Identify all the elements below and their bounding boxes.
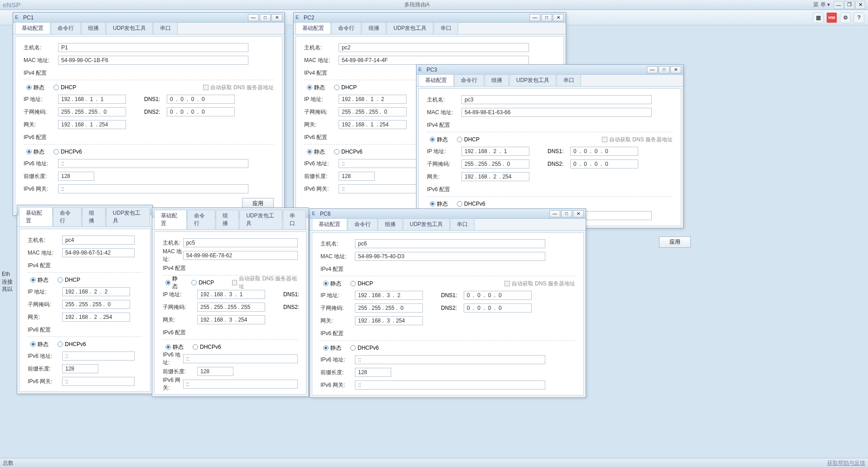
min-button[interactable]: — [529, 14, 540, 21]
gear-icon[interactable]: ⚙ [840, 12, 851, 23]
mac-input[interactable] [461, 108, 652, 117]
gateway-input[interactable] [197, 315, 265, 324]
tab-udp[interactable]: UDP发包工具 [403, 218, 450, 230]
mask-input[interactable] [197, 303, 265, 312]
tab-udp[interactable]: UDP发包工具 [106, 22, 153, 34]
radio-dhcp[interactable]: DHCP [53, 84, 76, 91]
title-bar[interactable]: E PC2 — □ ✕ [294, 13, 566, 23]
dns2-input[interactable] [570, 159, 638, 169]
hostname-input[interactable] [339, 43, 529, 52]
hostname-input[interactable] [461, 95, 652, 104]
radio-dhcpv6[interactable]: DHCPv6 [457, 201, 485, 207]
radio-static-v6[interactable]: 静态 [165, 343, 184, 351]
radio-static[interactable]: 静态 [307, 84, 325, 91]
radio-dhcp[interactable]: DHCP [350, 280, 373, 287]
hostname-input[interactable] [355, 239, 545, 248]
radio-dhcpv6[interactable]: DHCPv6 [53, 149, 82, 155]
mask-input[interactable] [339, 107, 407, 116]
huawei-icon[interactable]: HW [826, 12, 837, 23]
mask-input[interactable] [355, 303, 423, 313]
dns2-input[interactable] [167, 107, 235, 116]
minimize-main[interactable]: — [834, 1, 844, 9]
help-icon[interactable]: ? [853, 12, 864, 23]
close-button[interactable]: ✕ [553, 14, 564, 21]
tab-cmd[interactable]: 命令行 [51, 22, 81, 34]
radio-static-v6[interactable]: 静态 [323, 344, 341, 352]
radio-dhcp[interactable]: DHCP [334, 84, 357, 91]
palette-icon[interactable]: ▦ [813, 12, 824, 23]
tab-multicast[interactable]: 组播 [485, 74, 509, 86]
tab-cmd[interactable]: 命令行 [53, 207, 82, 226]
max-button[interactable]: □ [541, 14, 552, 21]
ipv6-input[interactable] [58, 159, 248, 168]
close-main[interactable]: ✕ [855, 1, 865, 9]
tab-multicast[interactable]: 组播 [362, 22, 386, 34]
auto-dns-checkbox[interactable]: 自动获取 DNS 服务器地址 [504, 280, 575, 288]
title-bar[interactable]: E PC3 — □ ✕ [417, 65, 683, 75]
tab-cmd[interactable]: 命令行 [331, 22, 361, 34]
dns1-input[interactable] [464, 291, 532, 300]
radio-static-v6[interactable]: 静态 [430, 200, 448, 208]
ipv6gw-input[interactable] [58, 184, 248, 193]
mac-input[interactable] [62, 248, 135, 257]
gateway-input[interactable] [339, 120, 407, 129]
min-button[interactable]: — [549, 210, 560, 217]
mac-input[interactable] [58, 56, 248, 65]
dns2-input[interactable] [464, 303, 532, 313]
tab-udp[interactable]: UDP发包工具 [509, 74, 556, 86]
radio-static[interactable]: 静态 [323, 280, 341, 288]
radio-static[interactable]: 静态 [26, 84, 44, 91]
gateway-input[interactable] [461, 172, 529, 181]
tab-cmd[interactable]: 命令行 [454, 74, 484, 86]
prefix-input[interactable] [62, 364, 98, 373]
prefix-input[interactable] [355, 368, 391, 377]
tab-serial[interactable]: 串口 [450, 218, 475, 230]
hostname-input[interactable] [62, 236, 135, 245]
close-button[interactable]: ✕ [670, 66, 681, 73]
ip-input[interactable] [339, 95, 407, 104]
tab-multicast[interactable]: 组播 [81, 22, 106, 34]
radio-dhcpv6[interactable]: DHCPv6 [350, 345, 379, 351]
mac-input[interactable] [183, 251, 298, 260]
radio-dhcpv6[interactable]: DHCPv6 [193, 344, 221, 350]
gateway-input[interactable] [58, 120, 126, 129]
restore-main[interactable]: ❐ [844, 1, 854, 9]
dns1-input[interactable] [570, 147, 638, 156]
ipv6gw-input[interactable] [183, 380, 298, 389]
ipv6gw-input[interactable] [355, 380, 545, 390]
tab-basic[interactable]: 基础配置 [154, 210, 187, 229]
tab-cmd[interactable]: 命令行 [187, 210, 215, 229]
mask-input[interactable] [62, 300, 130, 309]
min-button[interactable]: — [248, 14, 259, 21]
min-button[interactable]: — [647, 66, 658, 73]
tab-basic[interactable]: 基础配置 [15, 22, 50, 34]
ipv6-input[interactable] [62, 351, 135, 361]
tab-udp[interactable]: UDP发包工具 [106, 207, 150, 226]
mask-input[interactable] [461, 159, 529, 169]
prefix-input[interactable] [339, 172, 375, 181]
mac-input[interactable] [355, 252, 545, 261]
tab-basic[interactable]: 基础配置 [418, 74, 454, 86]
radio-dhcp[interactable]: DHCP [457, 136, 480, 143]
prefix-input[interactable] [58, 172, 94, 181]
ip-input[interactable] [461, 147, 529, 156]
tab-multicast[interactable]: 组播 [82, 207, 106, 226]
max-button[interactable]: □ [260, 14, 271, 21]
prefix-input[interactable] [197, 367, 233, 376]
ip-input[interactable] [355, 291, 423, 300]
tab-serial[interactable]: 串口 [557, 74, 581, 86]
max-button[interactable]: □ [561, 210, 572, 217]
mask-input[interactable] [58, 107, 126, 116]
radio-static-v6[interactable]: 静态 [307, 148, 325, 156]
radio-dhcpv6[interactable]: DHCPv6 [334, 149, 363, 155]
radio-dhcp[interactable]: DHCP [191, 279, 214, 286]
tab-serial[interactable]: 串口 [153, 22, 178, 34]
tab-multicast[interactable]: 组播 [378, 218, 402, 230]
apply-button-pc3[interactable]: 应用 [659, 236, 691, 248]
radio-static-v6[interactable]: 静态 [26, 148, 44, 156]
gateway-input[interactable] [355, 316, 423, 325]
radio-static-v6[interactable]: 静态 [30, 341, 48, 348]
tab-udp[interactable]: UDP发包工具 [239, 210, 282, 229]
radio-dhcp[interactable]: DHCP [58, 277, 80, 283]
tab-basic[interactable]: 基础配置 [296, 22, 331, 34]
